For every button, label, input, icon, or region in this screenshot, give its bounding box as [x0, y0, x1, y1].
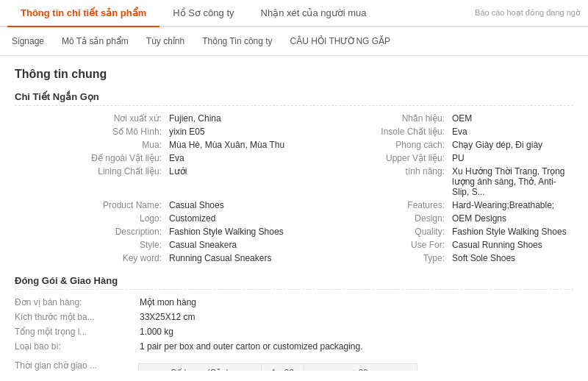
delivery-label: Loại bao bì: — [15, 341, 132, 352]
info-label: Style: — [15, 240, 162, 250]
info-value: Fujien, China — [169, 113, 290, 124]
info-value: Casual Shoes — [169, 200, 290, 210]
sub-nav-cau-hoi[interactable]: CÂU HỎI THƯỜNG GẶP — [290, 33, 390, 49]
shipping-row: Thời gian chờ giao ... Số lượng(Cặp)1 - … — [15, 360, 573, 371]
sub-nav: Signage Mô Tả sản phẩm Tùy chỉnh Thông T… — [0, 27, 588, 56]
delivery-label: Tổng một trọng l... — [15, 327, 132, 337]
info-label: Key word: — [15, 253, 162, 263]
info-label: Type: — [298, 253, 445, 263]
sub-nav-tuy-chinh[interactable]: Tùy chỉnh — [146, 33, 184, 49]
info-value: Running Casual Sneakers — [169, 253, 290, 263]
info-label: Số Mô Hình: — [15, 127, 162, 137]
subsection2-title: Đóng Gói & Giao Hàng — [15, 275, 573, 290]
tab-product-detail[interactable]: Thông tin chi tiết sản phẩm — [7, 0, 159, 27]
info-value: Eva — [169, 153, 290, 163]
sub-nav-mo-ta[interactable]: Mô Tả sản phẩm — [62, 33, 129, 49]
info-value: OEM — [452, 113, 573, 124]
info-value: Soft Sole Shoes — [452, 253, 573, 263]
info-label: Phong cách: — [298, 140, 445, 150]
info-label: Logo: — [15, 213, 162, 224]
dong-goi-block: Đóng Gói & Giao Hàng Đơn vị bán hàng:Một… — [15, 275, 573, 371]
delivery-value: 1 pair per box and outer carton or custo… — [140, 341, 573, 352]
info-value: PU — [452, 153, 573, 163]
info-label: tính năng: — [298, 166, 445, 197]
info-label: Product Name: — [15, 200, 162, 210]
info-value: Chạy Giày dép, Đi giày — [452, 140, 573, 150]
tab-notice: Báo cáo hoạt đồng đang ngờ — [475, 8, 581, 18]
info-value: OEM Designs — [452, 213, 573, 224]
info-label: Features: — [298, 200, 445, 210]
shipping-table-header: 1 - 20 — [262, 364, 304, 371]
info-value: Fashion Style Walking Shoes — [169, 227, 290, 237]
shipping-table: Số lượng(Cặp)1 - 20>20Thời gian ước tính… — [138, 363, 417, 371]
sub-nav-signage[interactable]: Signage — [12, 33, 44, 49]
info-label: Lining Chất liệu: — [15, 166, 162, 197]
info-grid: Nơi xuất xứ:Fujien, ChinaNhãn hiệu:OEMSố… — [15, 113, 573, 263]
delivery-value: Một mon hàng — [140, 297, 573, 307]
info-label: Nơi xuất xứ: — [15, 113, 162, 124]
info-label: Quality: — [298, 227, 445, 237]
shipping-table-header: >20 — [304, 364, 417, 371]
shipping-time-label: Thời gian chờ giao ... — [15, 360, 132, 371]
delivery-value: 1.000 kg — [140, 327, 573, 337]
info-value: Xu Hướng Thời Trang, Trọng lượng ánh sán… — [452, 166, 573, 197]
main-content: Thông tin chung Chi Tiết Ngắn Gọn Nơi xu… — [0, 56, 588, 371]
info-value: Mùa Hè, Mùa Xuân, Mùa Thu — [169, 140, 290, 150]
info-label: Đế ngoài Vật liệu: — [15, 153, 162, 163]
info-label: Nhãn hiệu: — [298, 113, 445, 124]
info-label: Design: — [298, 213, 445, 224]
info-label: Upper Vật liệu: — [298, 153, 445, 163]
subsection1-title: Chi Tiết Ngắn Gọn — [15, 91, 573, 106]
info-value: Eva — [452, 127, 573, 137]
tab-buyer-reviews[interactable]: Nhận xét của người mua — [248, 0, 380, 27]
delivery-label: Kích thước một ba... — [15, 312, 132, 322]
tab-bar: Thông tin chi tiết sản phẩm Hồ Sơ công t… — [0, 0, 588, 27]
info-value: Casual Sneakera — [169, 240, 290, 250]
chi-tiet-ngan-gon-block: Chi Tiết Ngắn Gọn Nơi xuất xứ:Fujien, Ch… — [15, 91, 573, 263]
sub-nav-thong-tin-cty[interactable]: Thông Tin công ty — [202, 33, 272, 49]
delivery-label: Đơn vị bán hàng: — [15, 297, 132, 307]
info-label: Insole Chất liệu: — [298, 127, 445, 137]
section-title: Thông tin chung — [15, 68, 573, 81]
tab-company-profile[interactable]: Hồ Sơ công ty — [159, 0, 247, 27]
info-value: Fashion Style Walking Shoes — [452, 227, 573, 237]
info-value: Hard-Wearing;Breathable; — [452, 200, 573, 210]
info-value: Casual Running Shoes — [452, 240, 573, 250]
info-value: Lưới — [169, 166, 290, 197]
info-value: yixin E05 — [169, 127, 290, 137]
info-label: Mua: — [15, 140, 162, 150]
shipping-table-header: Số lượng(Cặp) — [139, 364, 262, 371]
info-value: Customized — [169, 213, 290, 224]
delivery-value: 33X25X12 cm — [140, 312, 573, 322]
delivery-grid: Đơn vị bán hàng:Một mon hàngKích thước m… — [15, 297, 573, 352]
info-label: Description: — [15, 227, 162, 237]
info-label: Use For: — [298, 240, 445, 250]
